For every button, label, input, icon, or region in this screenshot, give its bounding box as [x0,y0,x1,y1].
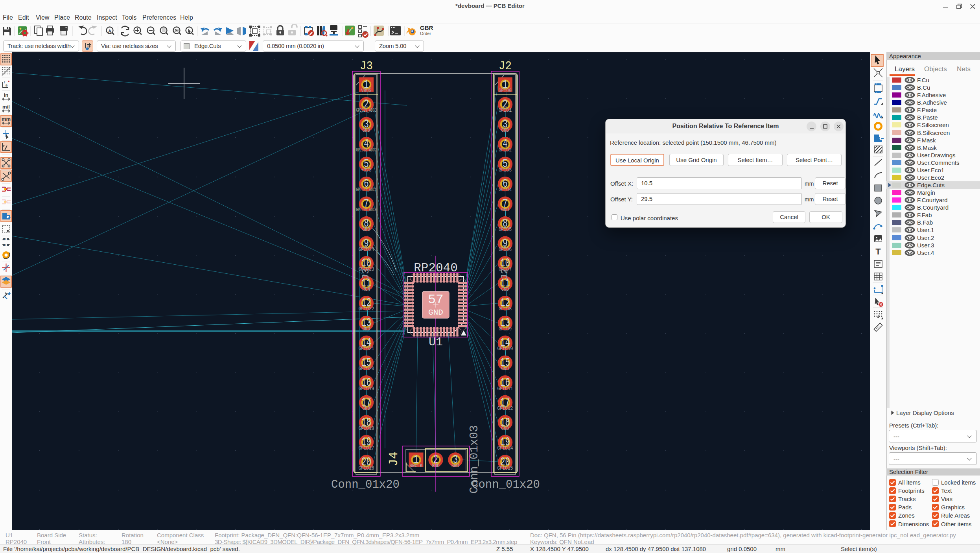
svg-text:GPIO27_ADC1: GPIO27_ADC1 [356,187,377,193]
svg-text:GPIO17: GPIO17 [359,446,374,451]
svg-text:GPIO3: GPIO3 [499,168,512,173]
svg-text:Conn_01x03: Conn_01x03 [468,425,481,494]
svg-text:GPIO19: GPIO19 [359,386,374,392]
svg-text:GND: GND [363,227,370,232]
svg-text:VBUS: VBUS [361,88,372,94]
svg-text:GND: GND [501,426,509,431]
svg-text:J3: J3 [360,60,373,73]
svg-text:r: r [4,80,5,84]
svg-text:GPIO6: GPIO6 [499,247,512,253]
svg-text:mil: mil [2,104,10,110]
svg-text:Conn_01x20: Conn_01x20 [472,478,540,491]
svg-text:RUN: RUN [363,287,370,292]
svg-text:U1: U1 [429,335,443,349]
svg-text:GPIO21: GPIO21 [359,346,374,352]
svg-text:SWD: SWD [451,463,459,469]
svg-text:GPIO28_ADC2: GPIO28_ADC2 [356,147,377,153]
svg-text:SWCLK: SWCLK [410,463,423,469]
svg-text:mm: mm [2,116,11,122]
svg-text:GND: GND [501,287,509,292]
svg-text:57: 57 [428,293,444,307]
svg-text:in: in [4,92,9,98]
svg-text:GBR: GBR [420,24,433,31]
svg-text:GND: GND [363,128,370,133]
svg-text:J2: J2 [499,269,510,280]
svg-text:GPIO22: GPIO22 [359,306,374,312]
svg-text:Conn_01x20: Conn_01x20 [331,478,400,491]
svg-text:RP2040: RP2040 [414,261,458,275]
svg-text:GND: GND [363,406,370,411]
svg-text:J3: J3 [361,269,371,280]
svg-text:GPIO15: GPIO15 [497,466,513,471]
svg-text:GND: GND [501,207,509,213]
svg-text:GPIO18: GPIO18 [359,426,374,431]
svg-text:GPIO26_ADC0: GPIO26_ADC0 [356,207,377,213]
svg-text:J2: J2 [499,60,512,73]
svg-text:GPIO16: GPIO16 [359,466,374,471]
svg-text:GPIO10: GPIO10 [497,346,513,352]
svg-text:GND: GND [428,308,443,317]
svg-text:GPIO11: GPIO11 [497,386,513,392]
svg-text:GND: GND [501,366,509,372]
svg-text:GPIO14: GPIO14 [497,446,513,451]
svg-text:GPIO24: GPIO24 [359,247,374,253]
svg-text:GND: GND [501,128,509,133]
svg-text:GPIO1: GPIO1 [499,108,512,113]
svg-text:GPIO9: GPIO9 [499,326,512,332]
svg-text:+3V3: +3V3 [361,168,372,173]
svg-text:J4: J4 [387,452,401,466]
svg-text:GPIO5: GPIO5 [499,227,512,232]
svg-text:A: A [108,29,111,33]
svg-text:θ: θ [6,84,7,88]
svg-text:GPIO4: GPIO4 [499,187,512,193]
svg-text:GPIO0: GPIO0 [499,88,512,94]
svg-text:GPIO29_ADC3: GPIO29_ADC3 [356,108,377,113]
svg-text:GPIO20: GPIO20 [359,366,374,372]
svg-text:T: T [875,247,881,256]
svg-text:GPIO8: GPIO8 [499,306,512,312]
svg-text:GND: GND [363,326,370,332]
svg-text:Order: Order [420,31,431,36]
svg-text:GPIO12: GPIO12 [497,406,513,411]
svg-text:GPIO2: GPIO2 [499,147,512,153]
